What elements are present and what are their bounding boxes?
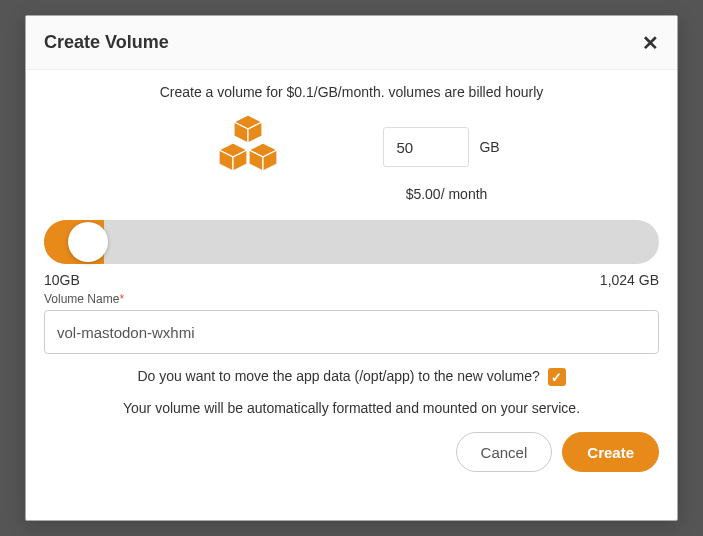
size-row: GB <box>44 112 659 182</box>
slider-labels: 10GB 1,024 GB <box>44 272 659 288</box>
cancel-button[interactable]: Cancel <box>456 432 553 472</box>
move-data-prompt: Do you want to move the app data (/opt/a… <box>137 368 539 384</box>
modal-title: Create Volume <box>44 32 169 53</box>
volume-cubes-icon <box>203 112 293 182</box>
size-input[interactable] <box>383 127 469 167</box>
modal-actions: Cancel Create <box>44 432 659 472</box>
volume-name-label: Volume Name* <box>44 292 659 306</box>
volume-name-input[interactable] <box>44 310 659 354</box>
move-data-row: Do you want to move the app data (/opt/a… <box>44 368 659 386</box>
move-data-checkbox[interactable]: ✓ <box>548 368 566 386</box>
slider-max-label: 1,024 GB <box>600 272 659 288</box>
create-button[interactable]: Create <box>562 432 659 472</box>
intro-text: Create a volume for $0.1/GB/month. volum… <box>44 84 659 100</box>
modal-body: Create a volume for $0.1/GB/month. volum… <box>26 70 677 520</box>
slider-thumb[interactable] <box>68 222 108 262</box>
size-input-group: GB <box>383 127 499 167</box>
slider-min-label: 10GB <box>44 272 80 288</box>
modal-header: Create Volume ✕ <box>26 16 677 70</box>
size-slider[interactable] <box>44 220 659 264</box>
close-icon[interactable]: ✕ <box>642 33 659 53</box>
format-info-text: Your volume will be automatically format… <box>44 400 659 416</box>
create-volume-modal: Create Volume ✕ Create a volume for $0.1… <box>25 15 678 521</box>
price-text: $5.00/ month <box>234 186 659 202</box>
size-unit: GB <box>479 139 499 155</box>
